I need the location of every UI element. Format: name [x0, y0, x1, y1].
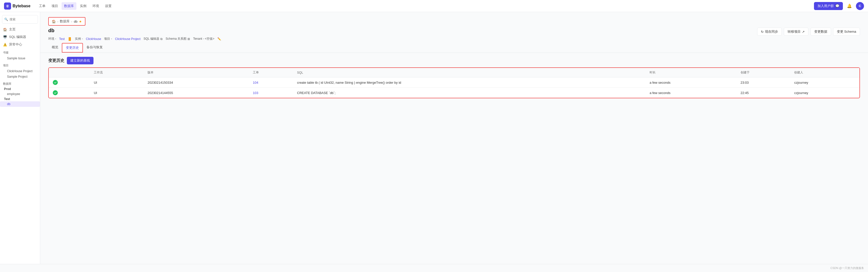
project-link[interactable]: ClickHouse Project: [115, 37, 141, 41]
row1-version: 20230214150334: [144, 78, 249, 88]
nav-item-database[interactable]: 数据库: [62, 2, 76, 10]
schema-diagram-label[interactable]: Schema 关系图 ⊞: [165, 37, 190, 41]
nav-item-project[interactable]: 项目: [49, 2, 61, 10]
prod-label: Prod: [0, 87, 40, 91]
alert-icon: ⚠️: [3, 43, 7, 47]
change-schema-button[interactable]: 变更 Schema: [833, 28, 860, 36]
chat-icon: 💬: [835, 4, 839, 8]
footer-text: CSDN @一只努力的微服务: [831, 267, 864, 270]
logo-icon: [4, 2, 11, 9]
edit-icon[interactable]: ✏️: [217, 37, 221, 41]
table-row: UI 20230214150334 104 create table tb ( …: [49, 78, 860, 88]
sidebar-db-employee[interactable]: employee: [0, 91, 40, 97]
change-history-table: 工作流 版本 工单 SQL 时长 创建于 创建人: [49, 68, 860, 98]
page-header: db ↻ 现在同步 转移项目 ↗ 变更数据 变更 Schema: [40, 26, 868, 36]
bell-icon: 🔔: [847, 3, 852, 8]
col-status: [49, 68, 90, 78]
instance-label: 实例 -: [75, 37, 83, 41]
col-ticket: 工单: [249, 68, 293, 78]
new-baseline-button[interactable]: 建立新的基线: [67, 57, 93, 64]
row1-duration: a few seconds: [646, 78, 737, 88]
col-workflow: 工作流: [90, 68, 144, 78]
tenant-label: Tenant - <空值>: [193, 37, 214, 41]
instance-link[interactable]: ClickHouse: [86, 37, 101, 41]
project-label: 项目 -: [104, 37, 112, 41]
transfer-project-button[interactable]: 转移项目 ↗: [784, 28, 808, 36]
row2-duration: a few seconds: [646, 88, 737, 98]
status-success-icon: [53, 90, 58, 95]
sidebar-project-clickhouse[interactable]: ClickHouse Project: [0, 68, 40, 74]
row2-created-by: czjourney: [790, 88, 860, 98]
content-area: 变更历史 建立新的基线 工作流 版本 工单 SQL 时长 创建于: [40, 53, 868, 102]
section-title: 变更历史 建立新的基线: [48, 57, 860, 64]
sidebar-item-home[interactable]: 🏠 主页: [0, 26, 40, 33]
sidebar-db-db[interactable]: db: [0, 101, 40, 107]
logo-text: Bytebase: [12, 4, 30, 8]
star-icon[interactable]: ★: [79, 20, 82, 23]
sidebar: 🔍 ⌘ K 🏠 主页 🖥️ SQL 编辑器 ⚠️ 异常中心 书签 Sample …: [0, 12, 40, 264]
home-breadcrumb-icon[interactable]: 🏠: [52, 20, 56, 23]
search-icon: 🔍: [4, 18, 8, 21]
row1-created-at: 23:03: [737, 78, 790, 88]
sql-icon: 🖥️: [3, 35, 7, 39]
footer: CSDN @一只努力的微服务: [0, 264, 868, 272]
col-created-at: 创建于: [737, 68, 790, 78]
breadcrumb-database[interactable]: 数据库: [60, 19, 70, 24]
row1-created-by: czjourney: [790, 78, 860, 88]
sidebar-bookmark-sample-issue[interactable]: Sample Issue: [0, 56, 40, 61]
bookmark-section-label: 书签: [0, 48, 40, 56]
col-version: 版本: [144, 68, 249, 78]
row2-sql: CREATE DATABASE `db`;: [293, 88, 646, 98]
nav-item-settings[interactable]: 设置: [102, 2, 114, 10]
env-label: 环境 -: [48, 37, 56, 41]
main-nav: 工单 项目 数据库 实例 环境 设置: [36, 2, 114, 10]
row1-sql: create table tb ( id UInt32, name String…: [293, 78, 646, 88]
notification-button[interactable]: 🔔: [845, 2, 854, 10]
row2-ticket-link[interactable]: 103: [253, 91, 258, 95]
nav-item-env[interactable]: 环境: [90, 2, 101, 10]
sync-now-button[interactable]: ↻ 现在同步: [757, 28, 782, 36]
nav-item-instance[interactable]: 实例: [78, 2, 89, 10]
tabs: 概览 变更历史 备份与恢复: [40, 42, 868, 53]
join-community-button[interactable]: 加入用户群 💬: [814, 2, 843, 10]
tab-overview[interactable]: 概览: [48, 43, 62, 53]
search-box[interactable]: 🔍 ⌘ K: [2, 15, 38, 24]
logo: Bytebase: [4, 2, 30, 9]
col-sql: SQL: [293, 68, 646, 78]
env-link[interactable]: Test: [59, 37, 65, 41]
col-created-by: 创建人: [790, 68, 860, 78]
main-content: 🏠 › 数据库 › db ★ db ↻ 现在同步 转移项目 ↗: [40, 12, 868, 264]
sync-icon: ↻: [761, 30, 764, 34]
db-section-label: 数据库: [0, 80, 40, 87]
schema-icon: ⊞: [187, 37, 190, 41]
sql-editor-label[interactable]: SQL 编辑器 ⧉: [144, 37, 163, 41]
row2-version: 20230214144555: [144, 88, 249, 98]
home-icon: 🏠: [3, 28, 7, 31]
header-actions: ↻ 现在同步 转移项目 ↗ 变更数据 变更 Schema: [757, 28, 860, 36]
page-title: db: [48, 28, 54, 33]
nav-item-ticket[interactable]: 工单: [36, 2, 48, 10]
table-row: UI 20230214144555 103 CREATE DATABASE `d…: [49, 88, 860, 98]
project-section-label: 项目: [0, 61, 40, 68]
col-duration: 时长: [646, 68, 737, 78]
main-layout: 🔍 ⌘ K 🏠 主页 🖥️ SQL 编辑器 ⚠️ 异常中心 书签 Sample …: [0, 12, 868, 264]
change-data-button[interactable]: 变更数据: [810, 28, 831, 36]
sql-editor-icon: ⧉: [160, 37, 163, 41]
sidebar-project-sample[interactable]: Sample Project: [0, 74, 40, 80]
tab-backup[interactable]: 备份与恢复: [83, 43, 106, 53]
tab-change-history[interactable]: 变更历史: [62, 43, 83, 53]
search-input[interactable]: [9, 18, 40, 21]
status-success-icon: [53, 80, 58, 85]
nav-right: 加入用户群 💬 🔔 C: [814, 2, 864, 10]
breadcrumb: 🏠 › 数据库 › db ★: [48, 17, 86, 26]
sidebar-item-sql-editor[interactable]: 🖥️ SQL 编辑器: [0, 33, 40, 41]
sidebar-item-anomaly[interactable]: ⚠️ 异常中心: [0, 41, 40, 48]
row1-ticket-link[interactable]: 104: [253, 81, 258, 85]
top-nav: Bytebase 工单 项目 数据库 实例 环境 设置 加入用户群 💬 🔔 C: [0, 0, 868, 12]
row2-workflow: UI: [90, 88, 144, 98]
meta-row: 环境 - Test ▐▌ 实例 - ClickHouse 项目 - ClickH…: [40, 36, 868, 42]
row2-created-at: 22:45: [737, 88, 790, 98]
avatar-button[interactable]: C: [856, 2, 864, 10]
transfer-icon: ↗: [802, 30, 805, 34]
test-label: Test: [0, 97, 40, 101]
